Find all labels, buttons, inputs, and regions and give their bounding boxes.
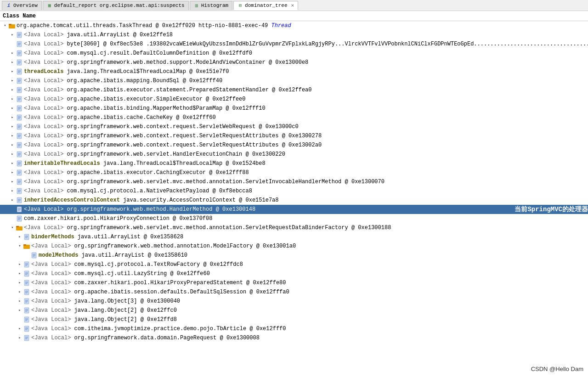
expander-icon[interactable]: ▸ [17,280,23,286]
tree-row[interactable]: ▸<Java Local> org.apache.ibatis.binding.… [0,104,588,113]
expander-icon[interactable]: ▸ [9,151,16,158]
file-icon [23,316,30,323]
tree-row[interactable]: ▸<Java Local> org.apache.ibatis.executor… [0,85,588,95]
tree-row[interactable]: ▸threadLocals java.lang.ThreadLocal$Thre… [0,67,588,76]
expander-icon[interactable]: ▾ [2,23,8,29]
node-text: <Java Local> java.lang.Object[2] @ 0xe12… [31,315,588,324]
expander-icon[interactable]: ▸ [17,298,23,304]
tree-container[interactable]: ▾org.apache.tomcat.util.threads.TaskThre… [0,21,588,377]
tree-row[interactable]: ▸<Java Local> org.springframework.web.co… [0,122,588,131]
node-text: <Java Local> com.zaxxer.hikari.pool.Hika… [31,278,588,287]
tree-row[interactable]: ▸<Java Local> org.apache.ibatis.executor… [0,168,588,177]
file-icon [23,261,30,268]
column-header: Class Name [0,11,588,21]
tree-row[interactable]: ▸<Java Local> org.springframework.data.d… [0,333,588,343]
tree-row[interactable]: ▸<Java Local> org.springframework.web.se… [0,150,588,159]
expander-icon[interactable]: ▸ [9,188,16,194]
expander-icon[interactable]: ▾ [17,243,23,249]
expander-icon[interactable]: ▸ [9,59,16,66]
file-icon [16,160,23,167]
node-text: modelMethods java.util.ArrayList @ 0xe13… [39,251,588,260]
file-icon [16,40,23,48]
expander-icon[interactable]: ▸ [9,197,16,203]
file-icon [16,59,23,66]
file-icon [16,114,23,121]
file-icon [23,233,30,241]
tree-row[interactable]: ▸<Java Local> org.springframework.web.co… [0,141,588,150]
watermark: CSDN @Hello Dam [531,366,583,372]
tree-row[interactable]: ▸<Java Local> org.springframework.web.co… [0,131,588,141]
expander-icon[interactable]: ▸ [9,87,16,93]
file-icon [23,307,30,314]
tree-row[interactable]: ▸<Java Local> org.springframework.web.me… [0,58,588,67]
tab-default-report[interactable]: ▦ default_report org.eclipse.mat.api:sus… [43,1,189,10]
tree-row[interactable]: ▾org.apache.tomcat.util.threads.TaskThre… [0,21,588,30]
tree-row[interactable]: ▸<Java Local> com.itheima.jvmoptimize.pr… [0,324,588,333]
node-text: <Java Local> org.springframework.web.ser… [24,223,588,232]
tree-row[interactable]: ▸<Java Local> com.mysql.cj.protocol.a.Na… [0,186,588,196]
tab-histogram[interactable]: ▥ Histogram [190,1,232,10]
expander-icon[interactable]: ▾ [9,225,16,231]
annotation-label: 当前SpringMVC的处理器 [514,205,588,214]
expander-icon[interactable]: ▸ [9,114,16,121]
file-icon [16,123,23,130]
tab-overview-label: Overview [13,3,38,8]
expander-icon[interactable]: ▸ [9,32,16,38]
expander-icon[interactable]: ▸ [17,307,23,314]
tree-icon: ⊞ [237,3,243,8]
tree-row[interactable]: ▸<Java Local> com.mysql.cj.result.Defaul… [0,49,588,58]
expander-icon[interactable]: ▸ [9,78,16,84]
expander-icon[interactable]: ▸ [9,133,16,139]
tab-dominator-tree[interactable]: ⊞ dominator_tree ✕ [233,1,298,10]
tree-row[interactable]: ▸<Java Local> org.springframework.web.se… [0,177,588,186]
node-text: <Java Local> java.lang.Object[2] @ 0xe12… [31,306,588,315]
expander-icon[interactable]: ▸ [9,179,16,185]
expander-icon[interactable]: ▸ [17,261,23,268]
node-text: <Java Local> java.util.ArrayList @ 0xe12… [24,30,588,39]
tree-row[interactable]: <Java Local> org.springframework.web.met… [0,205,588,214]
expander-icon[interactable]: ▸ [17,289,23,295]
tree-row[interactable]: ▾<Java Local> org.springframework.web.se… [0,223,588,232]
expander-icon[interactable]: ▸ [9,105,16,112]
tree-row[interactable]: ▸<Java Local> java.lang.Object[3] @ 0xe1… [0,297,588,306]
expander-icon[interactable]: ▸ [9,68,16,75]
file-icon [23,270,30,277]
tree-row[interactable]: ▸<Java Local> java.lang.Object[2] @ 0xe1… [0,306,588,315]
svg-rect-1 [9,24,11,25]
tree-row[interactable]: ▸<Java Local> org.apache.ibatis.cache.Ca… [0,113,588,122]
tree-row[interactable]: ▸<Java Local> org.apache.ibatis.executor… [0,95,588,104]
tree-row[interactable]: com.zaxxer.hikari.pool.HikariProxyConnec… [0,214,588,223]
node-text: <Java Local> org.springframework.web.met… [31,242,588,251]
close-icon[interactable]: ✕ [291,2,294,8]
tree-row[interactable]: ▸<Java Local> com.mysql.cj.protocol.a.Te… [0,260,588,269]
tree-row[interactable]: ▸<Java Local> com.mysql.cj.util.LazyStri… [0,269,588,278]
tree-row[interactable]: ▸<Java Local> com.zaxxer.hikari.pool.Hik… [0,278,588,287]
expander-icon[interactable]: ▸ [17,326,23,332]
tree-row[interactable]: ▸inheritedAccessControlContext java.secu… [0,196,588,205]
expander-icon[interactable]: ▸ [9,96,16,102]
tree-row[interactable]: modelMethods java.util.ArrayList @ 0xe13… [0,251,588,260]
tree-row[interactable]: ▾<Java Local> org.springframework.web.me… [0,242,588,251]
expander-icon[interactable]: ▸ [9,142,16,148]
file-icon [16,141,23,149]
tree-row[interactable]: <Java Local> byte[3060] @ 0xf8ec53e8 .19… [0,39,588,49]
expander-icon[interactable]: ▸ [17,234,23,240]
tab-overview[interactable]: i Overview [2,1,42,10]
node-text: <Java Local> org.springframework.web.con… [24,141,588,150]
expander-icon[interactable]: ▸ [9,169,16,176]
folder-icon [8,22,16,29]
tree-row[interactable]: ▸<Java Local> java.util.ArrayList @ 0xe1… [0,30,588,39]
tree-row[interactable]: ▸inheritableThreadLocals java.lang.Threa… [0,159,588,168]
tree-row[interactable]: ▸<Java Local> org.apache.ibatis.mapping.… [0,76,588,85]
expander-icon[interactable]: ▸ [17,270,23,277]
expander-icon[interactable]: ▸ [9,160,16,167]
tree-row[interactable]: ▸binderMethods java.util.ArrayList @ 0xe… [0,232,588,242]
folder-icon [16,224,23,231]
expander-icon[interactable]: ▸ [9,50,16,56]
tree-row[interactable]: ▸<Java Local> org.apache.ibatis.session.… [0,287,588,297]
file-icon [23,334,30,342]
tree-row[interactable]: <Java Local> java.lang.Object[2] @ 0xe12… [0,315,588,324]
expander-icon[interactable]: ▸ [9,124,16,130]
expander-icon[interactable]: ▸ [17,335,23,341]
node-text: <Java Local> org.apache.ibatis.cache.Cac… [24,113,588,122]
